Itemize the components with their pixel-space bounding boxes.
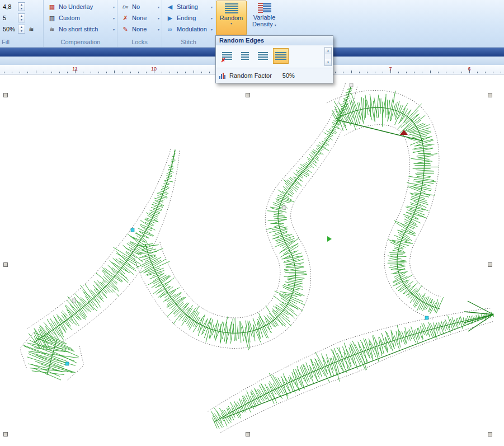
spinner-down-icon[interactable]: ▼ [18,18,25,22]
modulation-label: Modulation [177,26,207,32]
fill-length-spinner[interactable]: ▲ ▼ [18,13,25,22]
random-factor-row: Random Factor 50% [216,68,333,83]
random-end-option[interactable] [255,48,271,64]
fill-percent-value[interactable]: 50% [3,26,16,32]
random-factor-icon [219,72,225,79]
ending-icon: ▶ [166,13,175,22]
fill-length-field[interactable]: 5 ▲ ▼ [0,12,43,24]
random-edges-dropdown: Random Edges ✗ ▲ ▼ Random Factor [215,35,333,83]
spinner-down-icon[interactable]: ▼ [18,7,25,11]
ending-dropdown[interactable]: ▶ Ending ▾ [162,12,215,24]
variable-density-button[interactable]: Variable Density ▾ [248,1,280,35]
selection-handle[interactable] [3,432,8,436]
random-button[interactable]: Random ▾ [216,1,247,35]
lock-mode-label: No [132,3,140,10]
red-x-icon: ✗ [221,57,225,63]
selection-handle[interactable] [488,432,492,436]
entry-point-marker [327,236,332,242]
start-lock-icon: ✗ [121,13,130,22]
variable-density-label-2: Density ▾ [252,21,276,29]
random-edges-icon [225,3,238,13]
fill-profile-icon[interactable]: ≋ [27,25,36,34]
ruler-tick [67,72,68,73]
selection-handle[interactable] [3,262,8,267]
ruler-tick [20,72,20,73]
fill-density-value[interactable]: 4,8 [3,3,16,10]
ruler-tick [146,72,147,73]
chevron-down-icon: ▾ [275,24,276,27]
ruler-tick [335,72,336,73]
ruler-tick [4,72,4,73]
random-factor-label: Random Factor [229,72,272,79]
ruler-tick [351,71,352,73]
selection-handle[interactable] [3,93,8,97]
stitch-band-spiral [131,83,357,350]
stitch-group: ◀ Starting ▾ ▶ Ending ▾ ∞ Modulation ▾ S… [162,0,215,47]
ruler-tick [36,71,36,73]
spinner-down-icon[interactable]: ▼ [18,29,25,33]
node-marker [65,362,69,365]
ruler-tick [501,72,501,73]
ruler-tick [162,72,162,73]
stitch-band-bottom-arrow [208,301,494,433]
ruler-tick [91,72,91,73]
ruler-tick [83,72,83,73]
chevron-down-icon: ▾ [158,27,159,31]
random-end-icon [258,52,268,60]
object-node-marker [72,299,76,302]
fill-length-value[interactable]: 5 [3,15,16,21]
start-lock-dropdown[interactable]: ✗ None ▾ [117,12,162,24]
random-both-icon [275,52,286,60]
ruler-tick [493,72,493,73]
object-node-marker [350,83,353,87]
scroll-down-icon[interactable]: ▼ [325,59,331,65]
ruler-tick [201,72,202,73]
modulation-dropdown[interactable]: ∞ Modulation ▾ [162,24,215,35]
dropdown-scrollbar[interactable]: ▲ ▼ [324,47,332,66]
chevron-down-icon: ▾ [113,27,115,31]
application-window: 4,8 ▲ ▼ 5 ▲ ▼ 50% ▲ [0,0,504,446]
compensation-dropdown[interactable]: ▥ Custom ▾ [44,12,117,24]
chevron-down-icon: ▾ [113,5,115,9]
lock-mode-icon: Dx [121,2,130,11]
spinner-up-icon[interactable]: ▲ [18,14,25,18]
ruler-tick [209,72,210,73]
chevron-down-icon: ▾ [158,5,159,9]
fill-percent-field[interactable]: 50% ▲ ▼ ≋ [0,24,43,35]
short-stitch-icon: ≋ [48,25,56,34]
random-both-option[interactable] [273,48,289,64]
short-stitch-dropdown[interactable]: ≋ No short stitch ▾ [44,24,117,35]
spinner-up-icon[interactable]: ▲ [18,3,25,7]
node-marker [131,228,134,232]
random-factor-value[interactable]: 50% [282,72,295,79]
ruler-tick [461,72,462,73]
chevron-down-icon: ▾ [211,5,213,9]
stitch-band-right-hook [327,91,443,320]
lock-mode-dropdown[interactable]: Dx No ▾ [117,1,162,12]
random-start-option[interactable] [237,48,253,64]
fill-density-spinner[interactable]: ▲ ▼ [18,2,25,11]
end-lock-dropdown[interactable]: ✎ None ▾ [117,24,162,35]
ruler-label: 7 [389,66,392,72]
fill-density-field[interactable]: 4,8 ▲ ▼ [0,1,43,12]
ruler-label: 10 [151,66,157,72]
ruler-label: 6 [468,66,470,72]
scroll-up-icon[interactable]: ▲ [325,48,331,54]
fill-percent-spinner[interactable]: ▲ ▼ [18,25,25,34]
random-start-icon [241,52,249,60]
selection-handle[interactable] [488,262,492,267]
underlay-dropdown[interactable]: ▦ No Underlay ▾ [44,1,117,12]
starting-dropdown[interactable]: ◀ Starting ▾ [162,1,215,12]
scrollbar-track[interactable] [325,54,331,59]
ruler-tick [359,72,360,73]
selection-handle[interactable] [488,93,492,97]
selection-handle[interactable] [246,432,250,436]
compensation-group-label: Compensation [44,39,117,45]
random-none-option[interactable]: ✗ [219,48,235,64]
compensation-group: ▦ No Underlay ▾ ▥ Custom ▾ ≋ No short st… [44,0,117,47]
spinner-up-icon[interactable]: ▲ [18,25,25,29]
selection-handle[interactable] [246,93,250,97]
ruler-tick [406,72,407,73]
ruler-tick [185,72,186,73]
end-lock-label: None [132,26,147,32]
